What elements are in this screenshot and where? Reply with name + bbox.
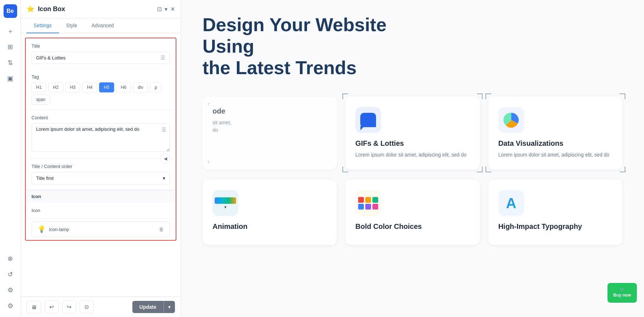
tag-h6[interactable]: H6	[116, 82, 131, 92]
content-db-icon: ☰	[162, 127, 166, 133]
layout-icon[interactable]: ⊞	[4, 40, 17, 54]
tag-h1[interactable]: H1	[31, 82, 46, 92]
heading-line2: the Latest Trends	[203, 57, 357, 78]
order-field-group: Title / Content order Title first ▾	[26, 159, 176, 190]
order-dropdown[interactable]: Title first ▾	[31, 172, 170, 184]
tag-field-group: Tag H1 H2 H3 H4 H5 H6 div p span	[26, 69, 176, 110]
card-animation: ▼ Animation	[203, 179, 337, 245]
main-inner: Design Your Website Using the Latest Tre…	[181, 0, 644, 259]
gifs-card-title: GIFs & Lotties	[355, 139, 469, 148]
app-logo[interactable]: Be	[4, 4, 17, 18]
card-gifs: GIFs & Lotties Lorem ipsum dolor sit ame…	[345, 96, 479, 169]
icon-label-group: Icon	[26, 203, 176, 218]
sort-icon[interactable]: ⇅	[4, 56, 17, 69]
gifs-icon-wrap	[355, 107, 381, 133]
monitor-btn[interactable]: 🖥	[26, 301, 41, 313]
update-arrow-button[interactable]: ▾	[164, 301, 175, 313]
card-ode-desc: sit amet,do	[213, 119, 327, 134]
icon-field-wrap[interactable]: 💡 icon-lamp 🗑	[31, 221, 170, 237]
panel-title: Icon Box	[38, 5, 153, 13]
tag-buttons: H1 H2 H3 H4 H5 H6 div p span	[31, 82, 170, 105]
buy-now-button[interactable]: 🛒Buy now	[608, 283, 637, 303]
settings-icon[interactable]: ⚙	[4, 299, 17, 313]
add-element-icon[interactable]: ＋	[4, 24, 17, 38]
content-textarea[interactable]	[31, 123, 170, 152]
settings-box: Title ☰ Tag H1 H2 H3 H4 H5 H6 div p	[25, 38, 176, 241]
title-db-icon: ☰	[161, 55, 165, 61]
update-btn-wrap: Update ▾	[132, 301, 175, 313]
animation-card-title: Animation	[213, 222, 327, 231]
title-label: Title	[31, 43, 170, 49]
typography-card-title: High-Impact Typography	[498, 222, 613, 231]
tag-h4[interactable]: H4	[82, 82, 97, 92]
tag-span[interactable]: span	[31, 95, 50, 105]
tag-h2[interactable]: H2	[48, 82, 63, 92]
redo-btn[interactable]: ↪	[62, 301, 76, 313]
animation-icon-wrap: ▼	[213, 190, 238, 216]
cards-row-2: ▼ Animation	[203, 179, 623, 245]
colors-card-title: Bold Color Choices	[355, 222, 469, 231]
card-colors: Bold Color Choices	[345, 179, 479, 245]
tag-p[interactable]: p	[150, 82, 162, 92]
lamp-icon: 💡	[38, 225, 45, 233]
content-field-group: Content ☰	[26, 110, 176, 159]
colors-icon-wrap	[355, 190, 381, 216]
panel-toolbar: 🖥 ↩ ↪ ⊙ Update ▾	[21, 297, 181, 317]
pie-chart-icon	[502, 111, 520, 129]
tag-div[interactable]: div	[133, 82, 148, 92]
widget-icon[interactable]: ▣	[4, 72, 17, 85]
card-partial: ┌ └ ode sit amet,do	[203, 96, 337, 169]
panel-close-icon[interactable]: ✕	[170, 6, 175, 13]
main-heading: Design Your Website Using the Latest Tre…	[203, 14, 417, 78]
title-field-group: Title ☰	[26, 38, 176, 69]
tag-label: Tag	[31, 74, 170, 80]
settings-panel: ⭐ Icon Box ⊡ ▾ ✕ Settings Style Advanced…	[21, 0, 181, 317]
panel-tabs: Settings Style Advanced	[21, 18, 181, 33]
collapse-panel-btn[interactable]: ◀	[160, 154, 170, 164]
undo-btn[interactable]: ↩	[45, 301, 59, 313]
tab-advanced[interactable]: Advanced	[84, 18, 121, 33]
icon-section-header: Icon	[26, 190, 176, 203]
colorbar-icon: ▼	[215, 197, 236, 209]
main-content: Design Your Website Using the Latest Tre…	[181, 0, 644, 317]
delete-icon[interactable]: 🗑	[159, 226, 164, 232]
layers-icon[interactable]: ⊗	[4, 252, 17, 265]
order-value: Title first	[36, 176, 54, 181]
icon-label: Icon	[31, 208, 170, 213]
order-label: Title / Content order	[31, 164, 170, 169]
cards-row-1: ┌ └ ode sit amet,do GIFs & Lotties Lorem…	[203, 96, 623, 169]
widget-header-icon: ⭐	[26, 5, 34, 13]
dataviz-icon-wrap	[498, 107, 524, 133]
panel-content: Title ☰ Tag H1 H2 H3 H4 H5 H6 div p	[21, 33, 181, 297]
gifs-card-desc: Lorem ipsum dolor sit amet, adipiscing e…	[355, 151, 469, 159]
heading-line1: Design Your Website Using	[203, 14, 386, 57]
card-typography: A High-Impact Typography	[488, 179, 623, 245]
tag-h3[interactable]: H3	[65, 82, 80, 92]
content-textarea-wrap: ☰	[31, 123, 170, 153]
title-input[interactable]	[36, 55, 161, 61]
typo-a-icon: A	[506, 195, 516, 211]
tab-settings[interactable]: Settings	[26, 18, 59, 33]
color-swatches-icon	[358, 197, 378, 210]
panel-action-dropdown[interactable]: ▾	[165, 6, 167, 13]
content-label: Content	[31, 115, 170, 120]
history-icon[interactable]: ↺	[4, 268, 17, 281]
chat-icon	[360, 113, 376, 127]
order-chevron: ▾	[163, 176, 165, 181]
dataviz-card-desc: Lorem ipsum dolor sit amet, adipiscing e…	[498, 151, 613, 159]
filters-icon[interactable]: ⚙	[4, 283, 17, 297]
tag-h5[interactable]: H5	[99, 82, 114, 92]
tab-style[interactable]: Style	[59, 18, 84, 33]
panel-header: ⭐ Icon Box ⊡ ▾ ✕	[21, 0, 181, 18]
panel-action-grid[interactable]: ⊡	[157, 6, 162, 13]
camera-btn[interactable]: ⊙	[80, 301, 94, 313]
card-dataviz: Data Visualizations Lorem ipsum dolor si…	[488, 96, 623, 169]
icon-name-text: icon-lamp	[49, 227, 155, 232]
title-input-wrap[interactable]: ☰	[31, 52, 170, 64]
update-button[interactable]: Update	[132, 301, 164, 313]
card-ode-title: ode	[213, 107, 327, 115]
panel-actions: ⊡ ▾ ✕	[157, 6, 175, 13]
typography-icon-wrap: A	[498, 190, 524, 216]
icon-bar: Be ＋ ⊞ ⇅ ▣ ⊗ ↺ ⚙ ⚙	[0, 0, 21, 317]
dataviz-card-title: Data Visualizations	[498, 139, 613, 148]
